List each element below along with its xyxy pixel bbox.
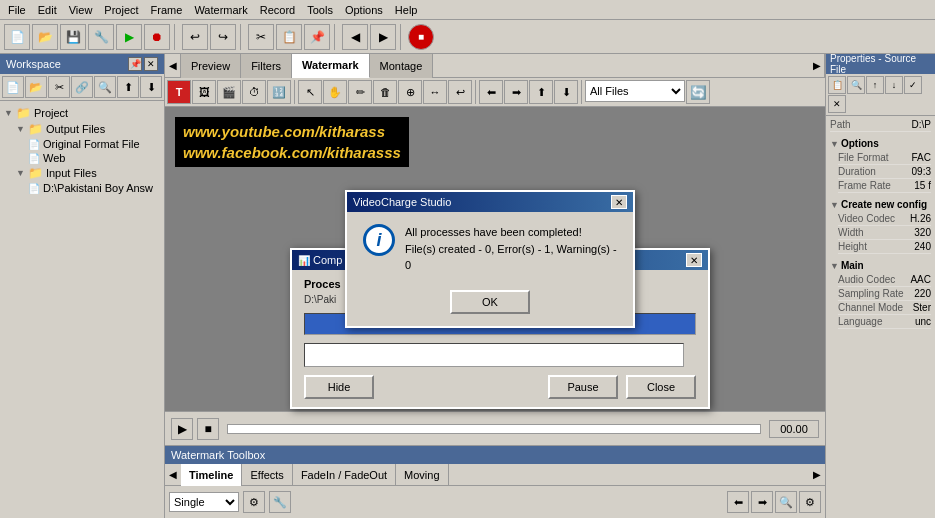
completion-dialog: VideoCharge Studio ✕ i All processes hav…: [345, 190, 635, 328]
dialog-overlay: 📊 Comp ✕ Proces D:\Paki 100 % Hide Pause…: [0, 0, 935, 518]
dialog-message-line1: All processes have been completed!: [405, 224, 617, 241]
hide-button[interactable]: Hide: [304, 375, 374, 399]
dialog-ok-container: OK: [363, 290, 617, 314]
dialog-message-line2: File(s) created - 0, Error(s) - 1, Warni…: [405, 241, 617, 274]
completion-dialog-title: VideoCharge Studio: [353, 196, 451, 208]
progress-input: [304, 343, 684, 367]
close-button[interactable]: Close: [626, 375, 696, 399]
progress-buttons: Hide Pause Close: [304, 375, 696, 399]
progress-close-button[interactable]: ✕: [686, 253, 702, 267]
progress-dialog-title: 📊 Comp: [298, 254, 342, 266]
info-icon: i: [363, 224, 395, 256]
pause-button[interactable]: Pause: [548, 375, 618, 399]
completion-dialog-title-bar: VideoCharge Studio ✕: [347, 192, 633, 212]
dialog-text: All processes have been completed! File(…: [405, 224, 617, 274]
completion-close-button[interactable]: ✕: [611, 195, 627, 209]
completion-dialog-body: i All processes have been completed! Fil…: [347, 212, 633, 326]
dialog-message: i All processes have been completed! Fil…: [363, 224, 617, 274]
ok-button[interactable]: OK: [450, 290, 530, 314]
